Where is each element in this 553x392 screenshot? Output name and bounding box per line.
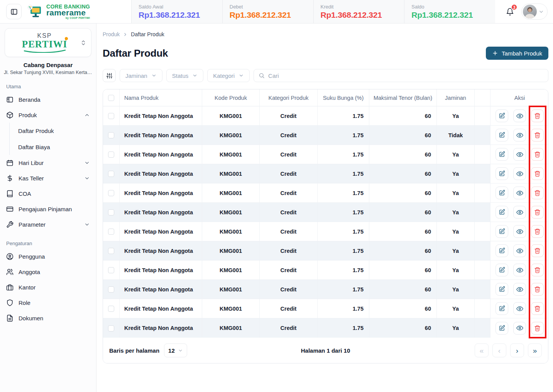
edit-button[interactable] [496, 244, 508, 257]
delete-button[interactable] [531, 283, 544, 296]
cell-maksimal-tenor: 60 [369, 280, 437, 299]
sidebar-item-role[interactable]: Role [0, 295, 96, 310]
view-button[interactable] [513, 187, 526, 199]
row-checkbox[interactable] [108, 171, 114, 177]
edit-button[interactable] [496, 109, 508, 122]
cell-spacer [475, 106, 490, 126]
edit-button[interactable] [496, 264, 508, 276]
row-checkbox[interactable] [108, 229, 114, 235]
table-body: Kredit Tetap Non AnggotaKMG001Credit1.75… [103, 106, 548, 338]
cell-suku-bunga: 1.75 [318, 203, 369, 222]
row-checkbox[interactable] [108, 113, 114, 119]
cell-suku-bunga: 1.75 [318, 145, 369, 164]
tambah-produk-button[interactable]: Tambah Produk [486, 47, 548, 60]
sidebar-item-beranda[interactable]: Beranda [0, 92, 96, 107]
row-checkbox[interactable] [108, 132, 114, 138]
stat-saldo: Saldo Rp1.368.212.321 [404, 0, 495, 23]
edit-button[interactable] [496, 167, 508, 180]
view-button[interactable] [513, 302, 526, 315]
last-page-button[interactable]: » [528, 343, 542, 357]
jaminan-filter-dropdown[interactable]: Jaminan [120, 69, 162, 82]
cell-nama-produk: Kredit Tetap Non Anggota [120, 145, 202, 164]
delete-button[interactable] [531, 109, 544, 122]
cell-kategori-produk: Credit [260, 145, 318, 164]
delete-button[interactable] [531, 322, 544, 335]
delete-button[interactable] [531, 264, 544, 276]
sidebar-item-hari-libur[interactable]: Hari Libur [0, 155, 96, 170]
branch-selector[interactable]: KSP PERTIWI [5, 28, 91, 57]
status-filter-dropdown[interactable]: Status [166, 69, 204, 82]
view-button[interactable] [513, 206, 526, 219]
edit-button[interactable] [496, 283, 508, 296]
delete-button[interactable] [531, 302, 544, 315]
row-checkbox[interactable] [108, 325, 114, 331]
row-checkbox[interactable] [108, 306, 114, 312]
plus-icon [492, 50, 498, 56]
select-all-checkbox[interactable] [108, 95, 114, 101]
delete-button[interactable] [531, 225, 544, 238]
produk-subgroup: Daftar Produk Daftar Biaya [9, 123, 96, 155]
edit-button[interactable] [496, 206, 508, 219]
filter-settings-button[interactable] [103, 69, 116, 82]
row-checkbox[interactable] [108, 190, 114, 196]
delete-button[interactable] [531, 244, 544, 257]
row-checkbox[interactable] [108, 248, 114, 254]
cell-jaminan: Ya [437, 183, 475, 203]
view-button[interactable] [513, 264, 526, 276]
edit-button[interactable] [496, 302, 508, 315]
sidebar-item-pengguna[interactable]: Pengguna [0, 249, 96, 264]
edit-icon [499, 325, 505, 331]
row-checkbox[interactable] [108, 151, 114, 158]
prev-page-button[interactable]: ‹ [492, 343, 506, 357]
view-button[interactable] [513, 167, 526, 180]
sidebar-item-parameter[interactable]: Parameter [0, 217, 96, 232]
sidebar-toggle-button[interactable] [6, 4, 22, 19]
view-button[interactable] [513, 148, 526, 161]
chevron-down-icon [192, 73, 198, 78]
row-checkbox[interactable] [108, 267, 114, 273]
sidebar-item-anggota[interactable]: Anggota [0, 264, 96, 279]
view-button[interactable] [513, 244, 526, 257]
first-page-button[interactable]: « [475, 343, 489, 357]
sidebar-item-kantor[interactable]: Kantor [0, 279, 96, 295]
next-page-button[interactable]: › [510, 343, 524, 357]
chevron-up-icon [84, 112, 90, 118]
notifications-button[interactable]: 3 [502, 4, 517, 19]
view-button[interactable] [513, 129, 526, 141]
sidebar-item-kas-teller[interactable]: Kas Teller [0, 170, 96, 186]
view-button[interactable] [513, 225, 526, 238]
stat-saldo-awal: Saldo Awal Rp1.368.212.321 [132, 0, 223, 23]
delete-button[interactable] [531, 167, 544, 180]
edit-button[interactable] [496, 148, 508, 161]
view-button[interactable] [513, 283, 526, 296]
delete-button[interactable] [531, 129, 544, 141]
sidebar-item-daftar-biaya[interactable]: Daftar Biaya [10, 139, 96, 155]
sidebar-item-coa[interactable]: COA [0, 186, 96, 201]
cell-kategori-produk: Credit [260, 280, 318, 299]
view-button[interactable] [513, 109, 526, 122]
delete-button[interactable] [531, 187, 544, 199]
delete-button[interactable] [531, 206, 544, 219]
view-button[interactable] [513, 322, 526, 335]
search-input[interactable] [268, 72, 543, 79]
cell-maksimal-tenor: 60 [369, 164, 437, 183]
edit-button[interactable] [496, 187, 508, 199]
row-checkbox[interactable] [108, 286, 114, 293]
kategori-filter-dropdown[interactable]: Kategori [207, 69, 250, 82]
sidebar-item-produk[interactable]: Produk [0, 107, 96, 123]
edit-button[interactable] [496, 129, 508, 141]
sidebar-item-daftar-produk[interactable]: Daftar Produk [10, 123, 96, 139]
breadcrumb-produk[interactable]: Produk [103, 31, 120, 37]
row-checkbox[interactable] [108, 209, 114, 215]
rows-per-page-select[interactable]: 12 [164, 343, 187, 357]
panel-left-icon [10, 8, 18, 15]
cell-jaminan: Tidak [437, 126, 475, 145]
table-row: Kredit Tetap Non AnggotaKMG001Credit1.75… [103, 299, 548, 318]
edit-button[interactable] [496, 322, 508, 335]
sidebar-item-dokumen[interactable]: Dokumen [0, 310, 96, 326]
table-row: Kredit Tetap Non AnggotaKMG001Credit1.75… [103, 126, 548, 145]
sidebar-item-pengajuan-pinjaman[interactable]: Pengajuan Pinjaman [0, 201, 96, 217]
delete-button[interactable] [531, 148, 544, 161]
edit-button[interactable] [496, 225, 508, 238]
user-menu[interactable] [521, 3, 548, 20]
